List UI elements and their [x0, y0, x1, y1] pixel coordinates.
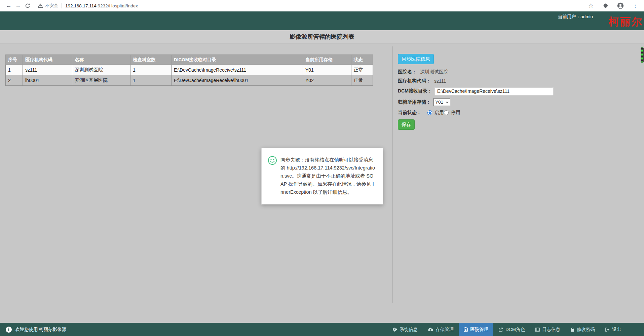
org-code-label: 医疗机构代码： [398, 78, 431, 84]
cell-dicom-dir: E:\DevCache\ImageReceive\sz111 [172, 65, 303, 75]
cell-dept-count: 1 [130, 75, 172, 86]
save-button[interactable]: 保存 [398, 119, 415, 130]
col-status: 状态 [351, 55, 373, 65]
app-header: 当前用户：admin 柯丽尔 [0, 11, 644, 30]
current-user-label: 当前用户：admin [558, 14, 593, 20]
scrollbar-thumb[interactable] [641, 47, 644, 63]
avatar-icon [617, 2, 624, 9]
nav-system-info[interactable]: 系统信息 [387, 323, 423, 336]
storage-selected-value: Y01 [435, 100, 443, 105]
nav-label: 退出 [612, 327, 621, 333]
gear-icon [392, 327, 397, 332]
nav-storage-management[interactable]: 存储管理 [423, 323, 459, 336]
col-seq: 序号 [6, 55, 23, 65]
nav-label: 医院管理 [470, 327, 488, 333]
forward-icon[interactable]: → [13, 1, 23, 10]
hospital-name-value: 深圳测试医院 [420, 69, 448, 75]
hospital-edit-panel: 同步医院信息 医院名： 深圳测试医院 医疗机构代码： sz111 DCM接收目录… [398, 54, 633, 130]
status-disabled-label[interactable]: 停用 [451, 110, 460, 116]
nav-log-info[interactable]: 日志信息 [530, 323, 565, 336]
page-title: 影像源所管辖的医院列表 [0, 30, 644, 43]
nav-label: 修改密码 [577, 327, 595, 333]
storage-row: 归档所用存储： Y01 [398, 98, 633, 106]
external-link-icon [498, 327, 503, 332]
back-icon[interactable]: ← [4, 1, 13, 10]
status-disabled-radio[interactable] [444, 110, 449, 115]
bookmark-star-icon[interactable]: ☆ [586, 1, 596, 10]
puzzle-icon [603, 3, 608, 8]
col-org-code: 医疗机构代码 [23, 55, 72, 65]
hospital-icon [464, 327, 468, 332]
cell-seq: 1 [6, 65, 23, 75]
cell-dept-count: 1 [130, 65, 172, 75]
lock-icon [570, 327, 574, 332]
cell-org-code: lh0001 [23, 75, 72, 86]
hospital-table: 序号 医疗机构代码 名称 检查科室数 DICOM接收临时目录 当前所用存储 状态… [5, 54, 373, 86]
nav-label: DCM角色 [505, 327, 525, 333]
chevron-down-icon [446, 101, 449, 103]
nav-logout[interactable]: 退出 [600, 323, 626, 336]
cell-storage: Y02 [303, 75, 351, 86]
cell-seq: 2 [6, 75, 23, 86]
status-enabled-label[interactable]: 启用 [434, 110, 444, 116]
nav-hospital-management[interactable]: 医院管理 [459, 323, 493, 336]
sync-hospital-button[interactable]: 同步医院信息 [398, 54, 434, 64]
dcm-dir-label: DCM接收目录： [398, 88, 432, 94]
sync-result-dialog: 同步失败：没有终结点在侦听可以接受消息的 http://192.168.17.1… [261, 148, 383, 204]
cell-org-code: sz111 [23, 65, 72, 75]
cell-name: 深圳测试医院 [72, 65, 130, 75]
nav-label: 日志信息 [542, 327, 560, 333]
cloud-upload-icon [428, 327, 433, 332]
cell-status: 正常 [351, 65, 373, 75]
table-row[interactable]: 1 sz111 深圳测试医院 1 E:\DevCache\ImageReceiv… [6, 65, 373, 75]
nav-dcm-role[interactable]: DCM角色 [493, 323, 530, 336]
address-bar[interactable]: 不安全 192.168.17.114 :9232/Hospital/Index [36, 1, 582, 10]
title-bar: 影像源所管辖的医院列表 [0, 30, 644, 43]
org-code-row: 医疗机构代码： sz111 [398, 78, 633, 84]
hospital-name-label: 医院名： [398, 69, 417, 75]
cell-status: 正常 [351, 75, 373, 86]
sign-out-icon [605, 327, 610, 332]
col-dept-count: 检查科室数 [130, 55, 172, 65]
profile-avatar-icon[interactable] [616, 1, 625, 10]
footer-bar: 欢迎您使用 柯丽尔影像源 系统信息 存储管理 [0, 323, 644, 336]
main-content: 序号 医疗机构代码 名称 检查科室数 DICOM接收临时目录 当前所用存储 状态… [0, 44, 644, 323]
table-icon [535, 327, 540, 332]
omnibox-divider [62, 3, 62, 8]
info-icon [5, 326, 12, 333]
warning-icon [38, 3, 43, 8]
security-label[interactable]: 不安全 [45, 3, 58, 9]
status-row: 当前状态： 启用 停用 [398, 110, 633, 116]
smiley-icon [268, 156, 277, 165]
dcm-dir-row: DCM接收目录： [398, 87, 633, 95]
refresh-icon[interactable] [23, 1, 32, 10]
hospital-name-row: 医院名： 深圳测试医院 [398, 69, 633, 75]
browser-menu-icon[interactable]: ⋮ [631, 1, 640, 10]
nav-label: 存储管理 [435, 327, 454, 333]
dcm-dir-input[interactable] [435, 87, 553, 95]
table-row[interactable]: 2 lh0001 罗湖区基层医院 1 E:\DevCache\ImageRece… [6, 75, 373, 86]
url-path: :9232/Hospital/Index [97, 3, 138, 8]
nav-label: 系统信息 [400, 327, 418, 333]
cell-dicom-dir: E:\DevCache\ImageReceive\lh0001 [172, 75, 303, 86]
status-enabled-radio[interactable] [427, 110, 432, 115]
refresh-icon [25, 3, 30, 8]
url-domain: 192.168.17.114 [65, 3, 97, 8]
welcome-text: 欢迎您使用 柯丽尔影像源 [15, 327, 66, 333]
browser-toolbar: ← → 不安全 192.168.17.114 :9232/Hospital/In… [0, 0, 644, 11]
sync-failure-message: 同步失败：没有终结点在侦听可以接受消息的 http://192.168.17.1… [280, 156, 376, 196]
cell-storage: Y01 [303, 65, 351, 75]
footer-nav: 系统信息 存储管理 医院管理 DCM角色 [387, 323, 644, 336]
col-storage: 当前所用存储 [303, 55, 351, 65]
extensions-puzzle-icon[interactable] [601, 1, 610, 10]
table-header-row: 序号 医疗机构代码 名称 检查科室数 DICOM接收临时目录 当前所用存储 状态 [6, 55, 373, 65]
org-code-value: sz111 [434, 78, 446, 84]
col-dicom-dir: DICOM接收临时目录 [172, 55, 303, 65]
storage-select[interactable]: Y01 [433, 98, 450, 106]
panel-divider [392, 46, 393, 303]
brand-logo: 柯丽尔 [609, 16, 643, 27]
nav-change-password[interactable]: 修改密码 [565, 323, 600, 336]
storage-label: 归档所用存储： [398, 99, 431, 105]
cell-name: 罗湖区基层医院 [72, 75, 130, 86]
col-name: 名称 [72, 55, 130, 65]
